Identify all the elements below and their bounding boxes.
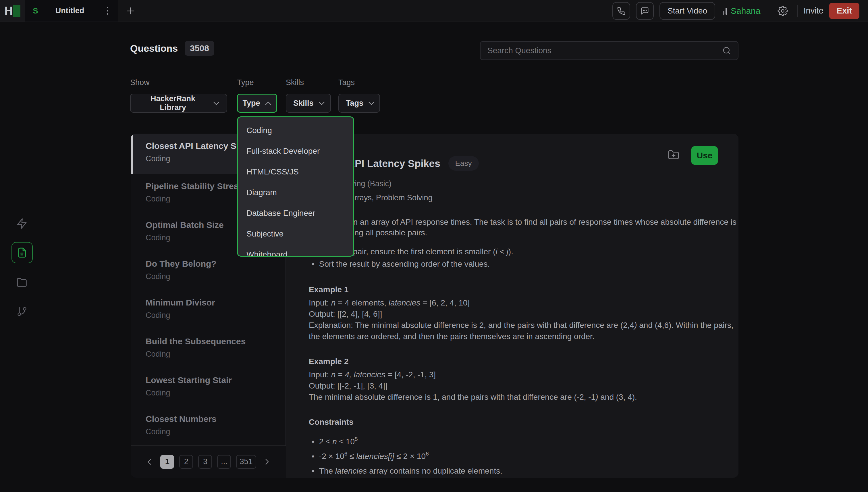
skills-filter-label: Skills xyxy=(286,78,304,87)
participant[interactable]: Sahana xyxy=(723,6,760,16)
menu-item-whiteboard[interactable]: Whiteboard xyxy=(238,244,353,256)
detail-requirements: For each pair, ensure the first element … xyxy=(309,245,720,270)
list-item[interactable]: Minimum Divisor Coding xyxy=(131,290,285,329)
show-filter-value: HackerRank Library xyxy=(137,94,208,112)
menu-item-subjective[interactable]: Subjective xyxy=(238,224,353,244)
topbar-controls: Start Video Sahana Invite Exit xyxy=(612,0,868,22)
rail-questions-item[interactable] xyxy=(11,242,33,263)
gear-icon xyxy=(777,6,788,16)
hackerrank-logo[interactable]: H xyxy=(0,0,25,22)
example-input: Input: n = 4, latencies = [4, -2, -1, 3] xyxy=(309,369,720,380)
example2-block: Input: n = 4, latencies = [4, -2, -1, 3]… xyxy=(309,369,720,403)
list-item[interactable]: Closest Numbers Coding xyxy=(131,407,285,445)
call-button[interactable] xyxy=(612,2,630,20)
chat-button[interactable] xyxy=(636,2,654,20)
folder-icon xyxy=(16,277,28,288)
page-button[interactable]: 3 xyxy=(198,455,212,469)
menu-item-htmlcssjs[interactable]: HTML/CSS/JS xyxy=(238,162,353,182)
question-type: Coding xyxy=(146,350,279,359)
invite-button[interactable]: Invite xyxy=(803,6,823,16)
example-explanation: the elements are ordered, and then the p… xyxy=(309,331,720,342)
page-header: Questions 3508 xyxy=(130,41,214,56)
search-icon[interactable] xyxy=(722,46,731,55)
divider xyxy=(768,5,768,17)
phone-icon xyxy=(617,7,626,15)
requirement-item: For each pair, ensure the first element … xyxy=(309,245,720,258)
question-count-badge: 3508 xyxy=(185,41,214,56)
page-ellipsis-button[interactable]: ... xyxy=(217,455,231,469)
chevron-down-icon xyxy=(318,101,325,105)
description-line: You are given an array of API response t… xyxy=(309,217,720,227)
menu-item-coding[interactable]: Coding xyxy=(238,120,353,141)
list-item[interactable]: Lowest Starting Stair Coding xyxy=(131,368,285,407)
example-explanation: Explanation: The minimal absolute differ… xyxy=(309,320,720,331)
chevron-right-icon xyxy=(263,458,271,466)
settings-button[interactable] xyxy=(774,2,792,20)
tags-filter-value: Tags xyxy=(346,99,363,108)
pagination: 1 2 3 ... 351 xyxy=(131,445,286,477)
rail-activity-item[interactable] xyxy=(16,218,28,229)
page-button[interactable]: 1 xyxy=(160,455,174,469)
example2-heading: Example 2 xyxy=(309,357,720,366)
chevron-up-icon xyxy=(265,101,272,105)
question-document-icon xyxy=(17,247,28,259)
add-to-collection-button[interactable] xyxy=(668,150,679,161)
detail-title-row: Closest API Latency Spikes Easy xyxy=(309,156,720,171)
tags-filter-dropdown[interactable]: Tags xyxy=(338,94,380,113)
type-filter-value: Type xyxy=(243,99,260,108)
type-filter-dropdown[interactable]: Type xyxy=(237,94,277,113)
type-filter-label: Type xyxy=(237,78,254,87)
rail-files-item[interactable] xyxy=(16,277,28,288)
interview-tab[interactable]: S Untitled xyxy=(25,0,118,22)
menu-item-diagram[interactable]: Diagram xyxy=(238,182,353,203)
list-item[interactable]: Build the Subsequences Coding xyxy=(131,329,285,368)
skills-filter-dropdown[interactable]: Skills xyxy=(286,94,331,113)
kebab-menu-icon[interactable] xyxy=(105,5,110,17)
next-page-button[interactable] xyxy=(261,457,272,467)
detail-tags: Algorithms, Arrays, Problem Solving xyxy=(309,193,720,202)
constraint-item: 2 ≤ n ≤ 105 xyxy=(309,435,720,449)
chat-icon xyxy=(640,7,649,15)
menu-item-fullstack[interactable]: Full-stack Developer xyxy=(238,141,353,162)
question-type: Coding xyxy=(146,427,279,436)
folder-plus-icon xyxy=(668,150,679,161)
example-input: Input: n = 4 elements, latencies = [6, 2… xyxy=(309,297,720,309)
search-box xyxy=(480,41,738,60)
new-tab-button[interactable] xyxy=(118,0,143,22)
previous-page-button[interactable] xyxy=(144,457,155,467)
example1-block: Input: n = 4 elements, latencies = [6, 2… xyxy=(309,297,720,342)
detail-description: You are given an array of API response t… xyxy=(309,217,720,238)
page-title: Questions xyxy=(130,43,178,54)
tab-title: Untitled xyxy=(55,6,84,15)
divider xyxy=(797,5,798,17)
git-branch-icon xyxy=(17,305,27,318)
show-filter-label: Show xyxy=(130,78,150,87)
tab-indicator: S xyxy=(33,6,38,16)
question-title: Do They Belong? xyxy=(146,259,279,269)
use-question-button[interactable]: Use xyxy=(691,146,718,165)
constraint-item: -2 × 106 ≤ latencies[i] ≤ 2 × 106 xyxy=(309,449,720,464)
constraints-heading: Constraints xyxy=(309,418,720,427)
exit-button[interactable]: Exit xyxy=(829,3,859,19)
plus-icon xyxy=(125,6,135,16)
page-button[interactable]: 351 xyxy=(236,455,256,469)
question-type: Coding xyxy=(146,311,279,320)
detail-skill: Problem Solving (Basic) xyxy=(309,179,720,188)
start-video-button[interactable]: Start Video xyxy=(660,2,715,20)
rail-git-item[interactable] xyxy=(17,305,27,318)
hackerrank-interview-screen: { "topbar": { "logo_letter": "H", "tab":… xyxy=(0,0,868,492)
connection-signal-icon xyxy=(723,7,727,15)
tags-filter-label: Tags xyxy=(338,78,355,87)
detail-actions: Use xyxy=(668,146,718,165)
description-line: minimal among all possible pairs. xyxy=(309,227,720,238)
show-filter-dropdown[interactable]: HackerRank Library xyxy=(130,94,227,113)
menu-item-database[interactable]: Database Engineer xyxy=(238,203,353,224)
example-explanation: The minimal absolute difference is 1, an… xyxy=(309,391,720,403)
skills-filter-value: Skills xyxy=(293,99,314,108)
questions-card: Closest API Latency Spikes Coding Pipeli… xyxy=(131,133,738,477)
search-input[interactable] xyxy=(487,46,722,55)
page-button[interactable]: 2 xyxy=(179,455,193,469)
participant-name: Sahana xyxy=(731,6,760,16)
question-title: Minimum Divisor xyxy=(146,298,279,308)
list-item[interactable]: Do They Belong? Coding xyxy=(131,251,285,290)
